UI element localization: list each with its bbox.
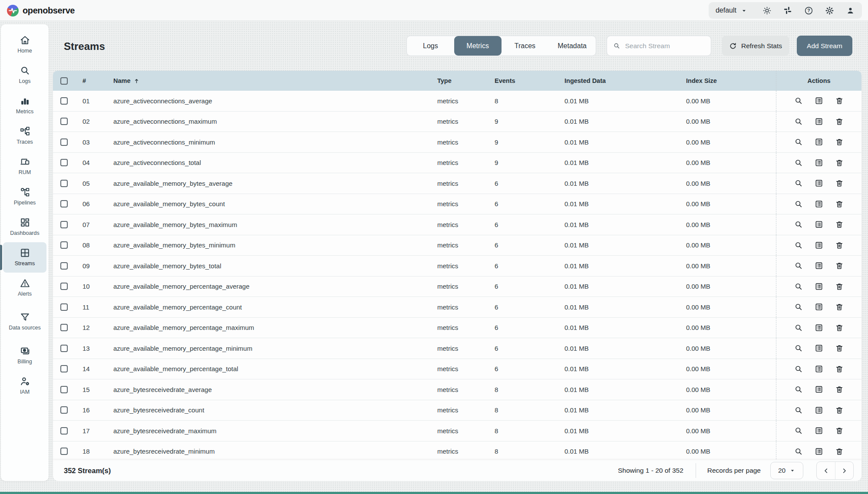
table-row[interactable]: 15 azure_bytesreceivedrate_average metri…: [53, 379, 861, 400]
sidebar-item-iam[interactable]: IAM: [3, 371, 46, 401]
delete-stream-button[interactable]: [835, 220, 844, 229]
column-header-name[interactable]: Name: [102, 77, 432, 84]
stream-details-button[interactable]: [814, 199, 824, 209]
table-row[interactable]: 14 azure_available_memory_percentage_tot…: [53, 359, 861, 380]
organization-select[interactable]: default: [716, 7, 747, 14]
table-row[interactable]: 11 azure_available_memory_percentage_cou…: [53, 297, 861, 318]
settings-gear-icon[interactable]: [825, 6, 834, 15]
sidebar-item-rum[interactable]: RUM: [3, 151, 46, 181]
tab-metadata[interactable]: Metadata: [548, 36, 596, 56]
slack-icon[interactable]: [783, 6, 792, 15]
stream-details-button[interactable]: [814, 178, 824, 188]
row-checkbox[interactable]: [60, 406, 68, 414]
explore-stream-button[interactable]: [794, 261, 803, 270]
table-row[interactable]: 16 azure_bytesreceivedrate_count metrics…: [53, 400, 861, 421]
explore-stream-button[interactable]: [794, 405, 803, 415]
sidebar-item-pipelines[interactable]: Pipelines: [3, 181, 46, 212]
explore-stream-button[interactable]: [794, 137, 803, 147]
row-checkbox[interactable]: [60, 262, 68, 270]
stream-details-button[interactable]: [814, 96, 824, 105]
row-checkbox[interactable]: [60, 386, 68, 393]
help-icon[interactable]: ?: [804, 6, 813, 15]
stream-details-button[interactable]: [814, 261, 824, 270]
explore-stream-button[interactable]: [794, 240, 803, 250]
row-checkbox[interactable]: [60, 97, 68, 105]
row-checkbox[interactable]: [60, 221, 68, 228]
previous-page-button[interactable]: [817, 462, 835, 479]
delete-stream-button[interactable]: [835, 261, 844, 270]
stream-details-button[interactable]: [814, 302, 824, 312]
delete-stream-button[interactable]: [835, 426, 844, 435]
sidebar-item-dashboards[interactable]: Dashboards: [3, 212, 46, 242]
row-checkbox[interactable]: [60, 427, 68, 435]
explore-stream-button[interactable]: [794, 323, 803, 333]
sidebar-item-metrics[interactable]: Metrics: [3, 90, 46, 121]
delete-stream-button[interactable]: [835, 178, 844, 188]
delete-stream-button[interactable]: [835, 302, 844, 312]
explore-stream-button[interactable]: [794, 282, 803, 291]
table-row[interactable]: 17 azure_bytesreceivedrate_maximum metri…: [53, 421, 861, 441]
delete-stream-button[interactable]: [835, 343, 844, 353]
delete-stream-button[interactable]: [835, 364, 844, 374]
records-per-page-select[interactable]: 20: [770, 462, 803, 479]
stream-details-button[interactable]: [814, 282, 824, 291]
table-row[interactable]: 04 azure_activeconnections_total metrics…: [53, 153, 861, 174]
row-checkbox[interactable]: [60, 345, 68, 352]
table-row[interactable]: 09 azure_available_memory_bytes_total me…: [53, 256, 861, 277]
row-checkbox[interactable]: [60, 200, 68, 207]
stream-details-button[interactable]: [814, 240, 824, 250]
table-row[interactable]: 18 azure_bytesreceivedrate_minimum metri…: [53, 441, 861, 461]
explore-stream-button[interactable]: [794, 178, 803, 188]
row-checkbox[interactable]: [60, 180, 68, 187]
stream-details-button[interactable]: [814, 220, 824, 229]
column-header-number[interactable]: #: [75, 77, 102, 84]
sidebar-item-billing[interactable]: Billing: [3, 340, 46, 371]
theme-toggle-sun-icon[interactable]: [762, 6, 772, 15]
table-row[interactable]: 03 azure_activeconnections_minimum metri…: [53, 132, 861, 153]
tab-traces[interactable]: Traces: [502, 36, 549, 56]
next-page-button[interactable]: [835, 462, 853, 479]
stream-details-button[interactable]: [814, 426, 824, 435]
row-checkbox[interactable]: [60, 324, 68, 331]
table-row[interactable]: 01 azure_activeconnections_average metri…: [53, 91, 861, 112]
sidebar-item-traces[interactable]: Traces: [3, 121, 46, 151]
table-row[interactable]: 05 azure_available_memory_bytes_average …: [53, 173, 861, 194]
profile-icon[interactable]: [845, 6, 855, 15]
delete-stream-button[interactable]: [835, 282, 844, 291]
select-all-checkbox[interactable]: [60, 77, 68, 85]
table-row[interactable]: 13 azure_available_memory_percentage_min…: [53, 338, 861, 359]
stream-details-button[interactable]: [814, 405, 824, 415]
delete-stream-button[interactable]: [835, 385, 844, 394]
delete-stream-button[interactable]: [835, 405, 844, 415]
explore-stream-button[interactable]: [794, 220, 803, 229]
stream-details-button[interactable]: [814, 137, 824, 147]
delete-stream-button[interactable]: [835, 447, 844, 456]
delete-stream-button[interactable]: [835, 117, 844, 126]
explore-stream-button[interactable]: [794, 117, 803, 126]
refresh-stats-button[interactable]: Refresh Stats: [722, 36, 789, 56]
column-header-index-size[interactable]: Index Size: [680, 77, 776, 84]
table-row[interactable]: 10 azure_available_memory_percentage_ave…: [53, 277, 861, 297]
row-checkbox[interactable]: [60, 138, 68, 146]
row-checkbox[interactable]: [60, 118, 68, 125]
sidebar-item-home[interactable]: Home: [3, 30, 46, 60]
stream-details-button[interactable]: [814, 323, 824, 333]
row-checkbox[interactable]: [60, 448, 68, 455]
sidebar-item-alerts[interactable]: Alerts: [3, 273, 46, 303]
explore-stream-button[interactable]: [794, 343, 803, 353]
row-checkbox[interactable]: [60, 365, 68, 372]
table-row[interactable]: 02 azure_activeconnections_maximum metri…: [53, 112, 861, 132]
stream-details-button[interactable]: [814, 158, 824, 168]
column-header-ingested-data[interactable]: Ingested Data: [559, 77, 680, 84]
explore-stream-button[interactable]: [794, 385, 803, 394]
sidebar-item-streams[interactable]: Streams: [3, 242, 46, 273]
explore-stream-button[interactable]: [794, 447, 803, 456]
stream-details-button[interactable]: [814, 343, 824, 353]
explore-stream-button[interactable]: [794, 426, 803, 435]
table-row[interactable]: 07 azure_available_memory_bytes_maximum …: [53, 214, 861, 235]
tab-logs[interactable]: Logs: [407, 36, 454, 56]
sidebar-item-data-sources[interactable]: Data sources: [3, 303, 46, 340]
row-checkbox[interactable]: [60, 283, 68, 290]
explore-stream-button[interactable]: [794, 96, 803, 105]
column-header-events[interactable]: Events: [488, 77, 559, 84]
